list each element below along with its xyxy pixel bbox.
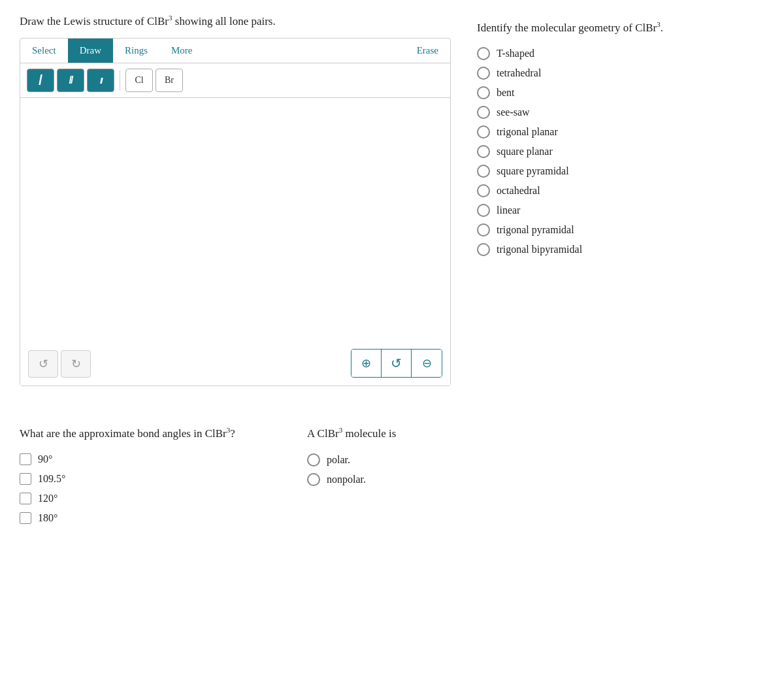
draw-box: Select Draw Rings More Erase / // /// Cl [20,38,451,386]
triple-bond-button[interactable]: /// [87,69,114,92]
radio-bent[interactable] [477,86,490,99]
geo-title-text2: . [661,22,663,34]
polar-title-text2: molecule is [342,427,396,440]
checkbox-109[interactable] [20,473,31,485]
toolbar: Select Draw Rings More Erase [20,39,450,63]
geometry-option-t-shaped[interactable]: T-shaped [477,47,764,60]
geometry-option-bent[interactable]: bent [477,86,764,99]
select-button[interactable]: Select [20,39,68,63]
geometry-label-square-planar: square planar [497,146,553,157]
geometry-option-octahedral[interactable]: octahedral [477,184,764,197]
bond-angle-180[interactable]: 180° [20,512,281,524]
undo-icon: ↺ [39,357,48,371]
erase-button[interactable]: Erase [405,39,450,63]
radio-tetrahedral[interactable] [477,67,490,80]
geometry-label-tetrahedral: tetrahedral [497,67,541,79]
bond-angles-section: What are the approximate bond angles in … [20,425,281,523]
redo-button[interactable]: ↻ [61,350,91,378]
geometry-label-see-saw: see-saw [497,106,530,118]
bond-angle-label-180: 180° [38,512,57,524]
bond-angle-90[interactable]: 90° [20,453,281,465]
geometry-option-see-saw[interactable]: see-saw [477,106,764,119]
redo-icon: ↻ [71,357,81,371]
geometry-options-list: T-shaped tetrahedral bent see-saw trigon… [477,47,764,256]
geometry-label-t-shaped: T-shaped [497,48,534,59]
geometry-option-trigonal-bipyramidal[interactable]: trigonal bipyramidal [477,243,764,256]
ba-title-text1: What are the approximate bond angles in … [20,427,227,440]
chlorine-atom-button[interactable]: Cl [125,69,153,92]
polar-section: A ClBr3 molecule is polar. nonpolar. [307,425,764,523]
draw-question-title: Draw the Lewis structure of ClBr3 showin… [20,13,451,29]
polar-option-nonpolar[interactable]: nonpolar. [307,473,764,486]
bond-angle-label-120: 120° [38,493,57,504]
draw-title-text2: showing all lone pairs. [172,15,276,27]
undo-button[interactable]: ↺ [28,350,58,378]
zoom-reset-icon: ↺ [391,355,402,371]
undo-redo-controls: ↺ ↻ [28,350,91,378]
more-button[interactable]: More [159,39,204,63]
geometry-question-title: Identify the molecular geometry of ClBr3… [477,20,764,35]
geometry-option-linear[interactable]: linear [477,204,764,217]
geo-title-text1: Identify the molecular geometry of ClBr [477,22,657,34]
zoom-reset-button[interactable]: ↺ [382,350,412,377]
polar-options-list: polar. nonpolar. [307,453,764,486]
radio-octahedral[interactable] [477,184,490,197]
radio-polar[interactable] [307,453,320,466]
right-panel: Identify the molecular geometry of ClBr3… [477,13,764,256]
geometry-label-trigonal-pyramidal: trigonal pyramidal [497,224,574,236]
bromine-atom-button[interactable]: Br [155,69,183,92]
single-bond-button[interactable]: / [27,69,54,92]
tool-separator [120,71,120,90]
geometry-option-trigonal-planar[interactable]: trigonal planar [477,125,764,139]
radio-trigonal-pyramidal[interactable] [477,223,490,237]
bond-tools-row: / // /// Cl Br [20,63,450,98]
bond-angles-title: What are the approximate bond angles in … [20,425,281,441]
left-panel: Draw the Lewis structure of ClBr3 showin… [20,13,451,406]
zoom-in-icon: ⊕ [361,356,371,370]
geometry-option-trigonal-pyramidal[interactable]: trigonal pyramidal [477,223,764,237]
zoom-controls: ⊕ ↺ ⊖ [351,349,442,378]
drawing-canvas[interactable]: ↺ ↻ ⊕ ↺ ⊖ [20,98,450,385]
bond-angle-109[interactable]: 109.5° [20,473,281,485]
geometry-label-linear: linear [497,204,520,216]
double-bond-button[interactable]: // [57,69,84,92]
polar-label-nonpolar: nonpolar. [327,474,366,485]
radio-linear[interactable] [477,204,490,217]
geometry-label-octahedral: octahedral [497,185,540,197]
zoom-out-button[interactable]: ⊖ [412,350,442,377]
geometry-option-square-pyramidal[interactable]: square pyramidal [477,165,764,178]
radio-trigonal-bipyramidal[interactable] [477,243,490,256]
geometry-label-trigonal-bipyramidal: trigonal bipyramidal [497,244,582,255]
zoom-out-icon: ⊖ [422,356,432,370]
polar-label-polar: polar. [327,454,350,466]
bond-angle-120[interactable]: 120° [20,493,281,504]
radio-square-pyramidal[interactable] [477,165,490,178]
rings-button[interactable]: Rings [113,39,159,63]
polar-question-title: A ClBr3 molecule is [307,425,764,441]
draw-title-text1: Draw the Lewis structure of ClBr [20,15,169,27]
polar-option-polar[interactable]: polar. [307,453,764,466]
triple-bond-icon: /// [100,76,101,86]
geometry-label-square-pyramidal: square pyramidal [497,165,569,177]
radio-square-planar[interactable] [477,145,490,158]
bond-angles-list: 90° 109.5° 120° 180° [20,453,281,524]
geometry-option-square-planar[interactable]: square planar [477,145,764,158]
radio-see-saw[interactable] [477,106,490,119]
radio-nonpolar[interactable] [307,473,320,486]
checkbox-120[interactable] [20,493,31,504]
single-bond-icon: / [39,72,42,89]
radio-t-shaped[interactable] [477,47,490,60]
draw-button[interactable]: Draw [68,39,113,63]
ba-title-text2: ? [230,427,235,440]
polar-title-text1: A ClBr [307,427,339,440]
zoom-in-button[interactable]: ⊕ [351,350,382,377]
geometry-label-bent: bent [497,87,515,99]
checkbox-180[interactable] [20,512,31,524]
double-bond-icon: // [69,74,73,86]
checkbox-90[interactable] [20,453,31,465]
bottom-layout: What are the approximate bond angles in … [20,425,764,523]
radio-trigonal-planar[interactable] [477,125,490,139]
geometry-option-tetrahedral[interactable]: tetrahedral [477,67,764,80]
bond-angle-label-90: 90° [38,453,52,465]
geometry-label-trigonal-planar: trigonal planar [497,126,558,138]
